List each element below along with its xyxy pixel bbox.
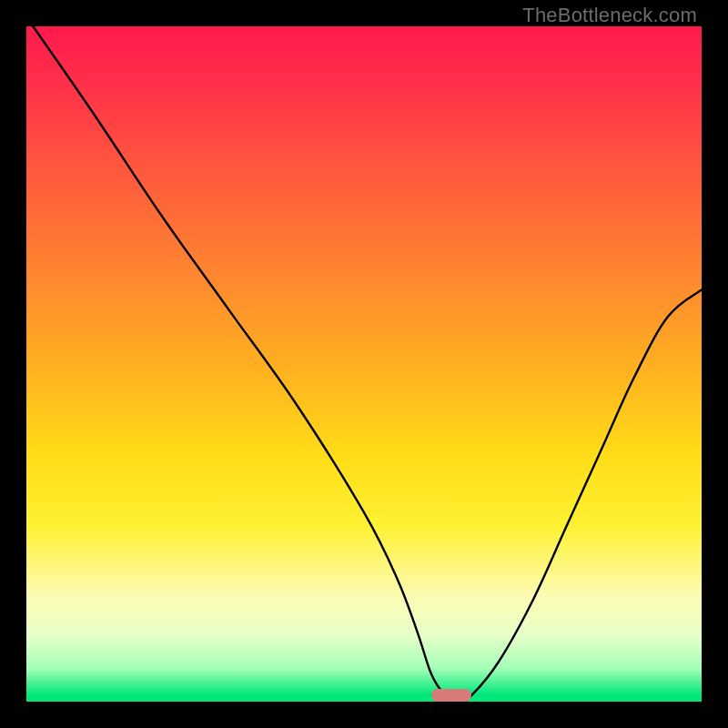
chart-frame: TheBottleneck.com [0, 0, 728, 728]
optimal-marker [431, 689, 471, 702]
watermark-text: TheBottleneck.com [522, 4, 697, 27]
plot-area [26, 26, 702, 702]
bottleneck-curve [26, 26, 702, 702]
